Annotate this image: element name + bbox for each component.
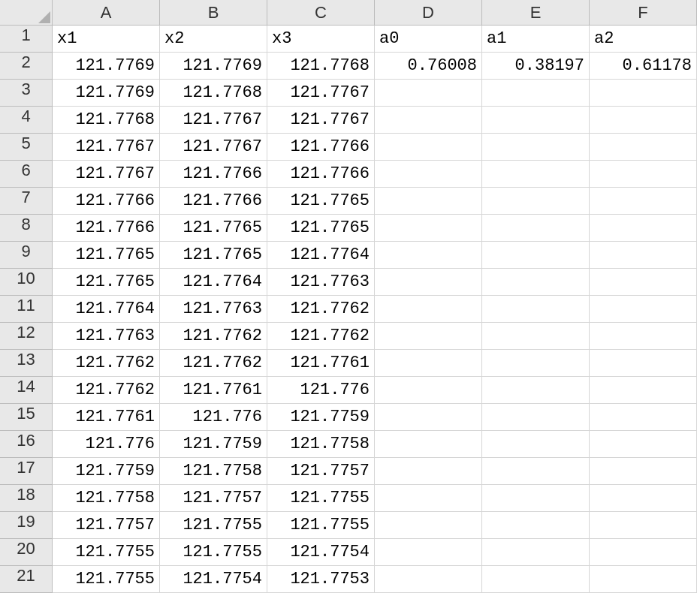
column-header-c[interactable]: C <box>267 0 375 26</box>
cell-B11[interactable]: 121.7763 <box>160 296 267 323</box>
cell-F6[interactable] <box>590 161 697 188</box>
cell-E15[interactable] <box>482 404 590 431</box>
cell-F19[interactable] <box>590 512 697 539</box>
cell-C3[interactable]: 121.7767 <box>267 80 375 107</box>
cell-F18[interactable] <box>590 485 697 512</box>
cell-D18[interactable] <box>375 485 482 512</box>
cell-B2[interactable]: 121.7769 <box>160 53 267 80</box>
cell-D11[interactable] <box>375 296 482 323</box>
cell-D10[interactable] <box>375 269 482 296</box>
cell-E14[interactable] <box>482 377 590 404</box>
spreadsheet-grid[interactable]: ABCDEF1x1x2x3a0a1a22121.7769121.7769121.… <box>0 0 700 593</box>
row-header-4[interactable]: 4 <box>0 107 53 134</box>
cell-B18[interactable]: 121.7757 <box>160 485 267 512</box>
cell-B3[interactable]: 121.7768 <box>160 80 267 107</box>
cell-C9[interactable]: 121.7764 <box>267 242 375 269</box>
cell-F10[interactable] <box>590 269 697 296</box>
cell-E1[interactable]: a1 <box>482 26 590 53</box>
row-header-8[interactable]: 8 <box>0 215 53 242</box>
cell-B6[interactable]: 121.7766 <box>160 161 267 188</box>
cell-B1[interactable]: x2 <box>160 26 267 53</box>
column-header-b[interactable]: B <box>160 0 267 26</box>
cell-F4[interactable] <box>590 107 697 134</box>
cell-C7[interactable]: 121.7765 <box>267 188 375 215</box>
cell-A14[interactable]: 121.7762 <box>53 377 160 404</box>
cell-C1[interactable]: x3 <box>267 26 375 53</box>
cell-A11[interactable]: 121.7764 <box>53 296 160 323</box>
cell-D5[interactable] <box>375 134 482 161</box>
cell-A9[interactable]: 121.7765 <box>53 242 160 269</box>
cell-B21[interactable]: 121.7754 <box>160 566 267 593</box>
cell-D6[interactable] <box>375 161 482 188</box>
cell-E8[interactable] <box>482 215 590 242</box>
cell-E19[interactable] <box>482 512 590 539</box>
cell-D9[interactable] <box>375 242 482 269</box>
cell-F3[interactable] <box>590 80 697 107</box>
cell-A19[interactable]: 121.7757 <box>53 512 160 539</box>
cell-D14[interactable] <box>375 377 482 404</box>
row-header-9[interactable]: 9 <box>0 242 53 269</box>
cell-B4[interactable]: 121.7767 <box>160 107 267 134</box>
cell-A7[interactable]: 121.7766 <box>53 188 160 215</box>
cell-B16[interactable]: 121.7759 <box>160 431 267 458</box>
cell-D7[interactable] <box>375 188 482 215</box>
row-header-10[interactable]: 10 <box>0 269 53 296</box>
cell-F14[interactable] <box>590 377 697 404</box>
cell-D17[interactable] <box>375 458 482 485</box>
cell-A17[interactable]: 121.7759 <box>53 458 160 485</box>
cell-F20[interactable] <box>590 539 697 566</box>
cell-A20[interactable]: 121.7755 <box>53 539 160 566</box>
cell-A2[interactable]: 121.7769 <box>53 53 160 80</box>
cell-A10[interactable]: 121.7765 <box>53 269 160 296</box>
row-header-20[interactable]: 20 <box>0 539 53 566</box>
cell-C10[interactable]: 121.7763 <box>267 269 375 296</box>
select-all-corner[interactable] <box>0 0 53 26</box>
cell-F13[interactable] <box>590 350 697 377</box>
cell-A3[interactable]: 121.7769 <box>53 80 160 107</box>
cell-C13[interactable]: 121.7761 <box>267 350 375 377</box>
row-header-1[interactable]: 1 <box>0 26 53 53</box>
cell-D1[interactable]: a0 <box>375 26 482 53</box>
row-header-13[interactable]: 13 <box>0 350 53 377</box>
cell-B17[interactable]: 121.7758 <box>160 458 267 485</box>
cell-F1[interactable]: a2 <box>590 26 697 53</box>
row-header-3[interactable]: 3 <box>0 80 53 107</box>
cell-C14[interactable]: 121.776 <box>267 377 375 404</box>
cell-C19[interactable]: 121.7755 <box>267 512 375 539</box>
cell-D19[interactable] <box>375 512 482 539</box>
row-header-7[interactable]: 7 <box>0 188 53 215</box>
cell-E21[interactable] <box>482 566 590 593</box>
cell-B12[interactable]: 121.7762 <box>160 323 267 350</box>
cell-A8[interactable]: 121.7766 <box>53 215 160 242</box>
cell-C12[interactable]: 121.7762 <box>267 323 375 350</box>
cell-D16[interactable] <box>375 431 482 458</box>
cell-F16[interactable] <box>590 431 697 458</box>
cell-E9[interactable] <box>482 242 590 269</box>
cell-C6[interactable]: 121.7766 <box>267 161 375 188</box>
row-header-14[interactable]: 14 <box>0 377 53 404</box>
cell-B14[interactable]: 121.7761 <box>160 377 267 404</box>
row-header-18[interactable]: 18 <box>0 485 53 512</box>
cell-E20[interactable] <box>482 539 590 566</box>
cell-D2[interactable]: 0.76008 <box>375 53 482 80</box>
cell-D4[interactable] <box>375 107 482 134</box>
cell-B8[interactable]: 121.7765 <box>160 215 267 242</box>
cell-D21[interactable] <box>375 566 482 593</box>
cell-C8[interactable]: 121.7765 <box>267 215 375 242</box>
cell-C18[interactable]: 121.7755 <box>267 485 375 512</box>
cell-A18[interactable]: 121.7758 <box>53 485 160 512</box>
cell-E10[interactable] <box>482 269 590 296</box>
row-header-5[interactable]: 5 <box>0 134 53 161</box>
cell-B13[interactable]: 121.7762 <box>160 350 267 377</box>
cell-E13[interactable] <box>482 350 590 377</box>
cell-E17[interactable] <box>482 458 590 485</box>
cell-B10[interactable]: 121.7764 <box>160 269 267 296</box>
cell-A12[interactable]: 121.7763 <box>53 323 160 350</box>
cell-F12[interactable] <box>590 323 697 350</box>
cell-F21[interactable] <box>590 566 697 593</box>
row-header-6[interactable]: 6 <box>0 161 53 188</box>
row-header-11[interactable]: 11 <box>0 296 53 323</box>
cell-E18[interactable] <box>482 485 590 512</box>
cell-F5[interactable] <box>590 134 697 161</box>
cell-E2[interactable]: 0.38197 <box>482 53 590 80</box>
